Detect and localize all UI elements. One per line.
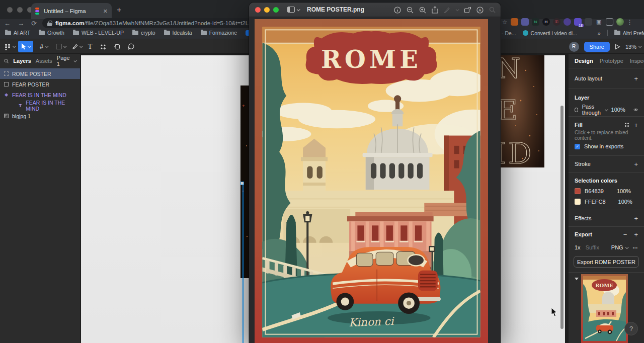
- add-export-button[interactable]: +: [634, 231, 638, 238]
- export-rome-poster-button[interactable]: Export ROME POSTER: [574, 256, 639, 268]
- frame-tool[interactable]: #: [36, 41, 51, 52]
- bookmark-item[interactable]: WEB - LEVEL-UP: [73, 30, 124, 36]
- shape-tool[interactable]: [53, 41, 68, 52]
- page-selector[interactable]: Page 1: [57, 55, 76, 67]
- search-icon[interactable]: [489, 7, 496, 13]
- share-button[interactable]: Share: [584, 42, 610, 52]
- bookmarks-overflow[interactable]: »: [598, 30, 601, 36]
- badge-extension-icon[interactable]: 18: [574, 18, 582, 26]
- bookmark-item[interactable]: crypto: [132, 30, 155, 36]
- hand-tool[interactable]: [111, 41, 123, 52]
- preview-close-button[interactable]: [255, 7, 261, 13]
- tab-inspect[interactable]: Inspect: [630, 58, 644, 64]
- bookmark-item[interactable]: Converti i video di...: [523, 30, 577, 36]
- browser-menu-icon[interactable]: ⋮: [627, 19, 633, 26]
- rotate-icon[interactable]: [464, 7, 471, 13]
- text-tool[interactable]: T: [85, 41, 96, 52]
- auto-layout-row: Auto layout +: [569, 68, 644, 89]
- tab-layers[interactable]: Layers: [13, 58, 31, 64]
- browser-tab[interactable]: Untitled – Figma ✕: [31, 3, 112, 19]
- export-header-row: Export − +: [569, 227, 644, 242]
- h-extension-icon[interactable]: H: [542, 18, 550, 26]
- layer-row-fear-component[interactable]: ❖ FEAR IS IN THE MIND: [0, 90, 80, 100]
- comment-tool[interactable]: [125, 41, 137, 52]
- export-more-icon[interactable]: •••: [633, 246, 638, 249]
- bookmark-item[interactable]: Growth: [39, 30, 64, 36]
- tab-prototype[interactable]: Prototype: [600, 58, 623, 64]
- visibility-eye-icon[interactable]: [633, 107, 638, 112]
- share-icon[interactable]: [432, 6, 438, 14]
- back-icon[interactable]: ←: [4, 20, 11, 27]
- add-stroke-button[interactable]: +: [634, 160, 638, 168]
- side-panel-icon[interactable]: [606, 18, 613, 26]
- window-minimize-button[interactable]: [17, 7, 23, 13]
- bookmark-item[interactable]: Idealista: [164, 30, 192, 36]
- color-hex[interactable]: B64839: [585, 188, 604, 194]
- new-tab-button[interactable]: +: [117, 6, 121, 15]
- reload-icon[interactable]: ⟳: [31, 20, 37, 27]
- purple-extension-icon[interactable]: [521, 18, 529, 26]
- color-opacity[interactable]: 100%: [618, 199, 632, 205]
- fill-styles-icon[interactable]: [625, 123, 629, 127]
- info-icon[interactable]: [394, 7, 401, 14]
- tab-close-icon[interactable]: ✕: [103, 8, 108, 15]
- bookmark-item[interactable]: AI ART: [5, 30, 30, 36]
- profile-avatar[interactable]: [616, 18, 624, 26]
- color-opacity[interactable]: 100%: [617, 188, 631, 194]
- window-close-button[interactable]: [7, 7, 13, 13]
- key-extension-icon[interactable]: ⚿: [553, 18, 560, 26]
- tab-design[interactable]: Design: [575, 58, 593, 64]
- violet-extension-icon[interactable]: [564, 18, 571, 26]
- remove-export-button[interactable]: −: [623, 231, 627, 238]
- figma-menu-icon[interactable]: [3, 41, 16, 52]
- fear-is-in-the-mind-poster[interactable]: N E ID: [501, 55, 544, 167]
- preview-zoom-button[interactable]: [273, 7, 279, 13]
- markup-pen-icon[interactable]: [444, 7, 450, 13]
- zoom-out-icon[interactable]: [407, 7, 414, 14]
- help-button[interactable]: ?: [624, 322, 638, 335]
- add-fill-button[interactable]: +: [634, 121, 638, 129]
- preview-sidebar-toggle[interactable]: [287, 7, 299, 13]
- forward-icon[interactable]: →: [18, 20, 24, 27]
- layer-opacity-field[interactable]: 100%: [611, 107, 625, 113]
- user-avatar[interactable]: R: [569, 42, 579, 52]
- color-swatch-red[interactable]: [575, 188, 581, 194]
- zoom-in-icon[interactable]: [419, 7, 426, 14]
- bookmark-star-icon[interactable]: ☆: [502, 19, 508, 26]
- selection-handle[interactable]: [240, 182, 244, 185]
- layer-row-fear-poster[interactable]: FEAR POSTER: [0, 79, 80, 90]
- zoom-level-control[interactable]: 13%: [625, 44, 641, 50]
- search-icon[interactable]: [4, 58, 9, 64]
- preview-minimize-button[interactable]: [264, 7, 270, 13]
- pen-tool[interactable]: [69, 41, 85, 52]
- tab-assets[interactable]: Assets: [36, 58, 52, 64]
- color-swatch-cream[interactable]: [575, 199, 581, 205]
- preview-window[interactable]: ROME POSTER.png A: [249, 3, 501, 343]
- markup-chevron-icon[interactable]: [456, 9, 458, 11]
- blend-mode-select[interactable]: Pass through: [582, 104, 607, 116]
- annotate-icon[interactable]: A: [476, 7, 484, 14]
- move-tool[interactable]: [18, 41, 33, 52]
- metamask-extension-icon[interactable]: [511, 18, 518, 26]
- other-bookmarks[interactable]: Altri Preferiti: [614, 30, 644, 36]
- add-effect-button[interactable]: +: [634, 215, 638, 222]
- show-in-exports-checkbox[interactable]: ✓: [575, 144, 580, 149]
- export-format-select[interactable]: PNG: [611, 244, 628, 250]
- layer-row-fear-text[interactable]: T FEAR IS IN THE MIND: [0, 100, 80, 111]
- resources-tool[interactable]: [98, 41, 109, 52]
- preview-titlebar[interactable]: ROME POSTER.png A: [249, 3, 501, 17]
- canvas-scrollbar[interactable]: [560, 106, 564, 329]
- bookmark-item[interactable]: - De...: [502, 30, 516, 36]
- tabs-extension-icon[interactable]: [585, 18, 592, 26]
- export-scale-select[interactable]: 1x: [575, 244, 581, 250]
- layer-row-bigjpg[interactable]: bigjpg 1: [0, 111, 80, 121]
- teal-n-extension-icon[interactable]: N: [532, 18, 539, 26]
- color-hex[interactable]: FFEFC8: [585, 199, 606, 205]
- add-auto-layout-button[interactable]: +: [634, 75, 638, 82]
- export-suffix-input[interactable]: Suffix: [586, 244, 599, 250]
- layer-row-rome-poster[interactable]: ROME POSTER: [0, 68, 80, 79]
- extensions-puzzle-icon[interactable]: ▣: [595, 18, 603, 26]
- bookmark-item[interactable]: Formazione: [201, 30, 237, 36]
- present-play-icon[interactable]: [615, 44, 620, 50]
- thumbnail-title: ROME: [595, 283, 613, 288]
